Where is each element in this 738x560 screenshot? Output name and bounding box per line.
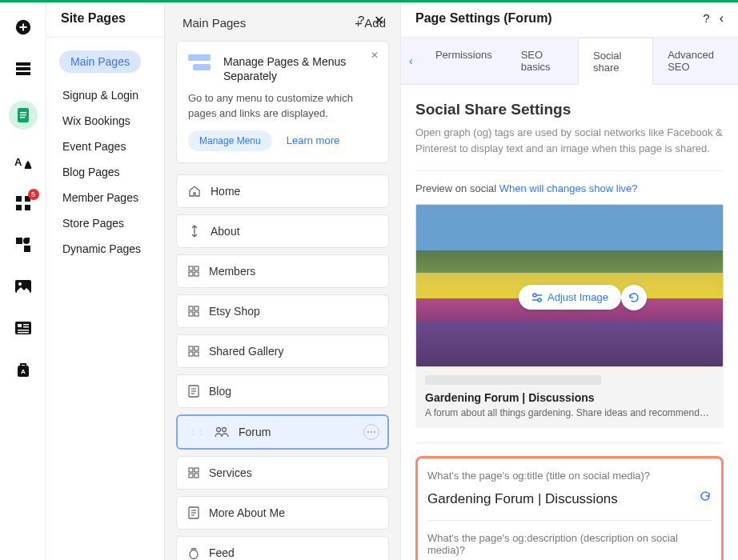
og-title-label: What's the page's og:title (title on soc…	[427, 470, 712, 482]
page-item[interactable]: Feed	[176, 536, 389, 560]
svg-rect-6	[20, 114, 26, 116]
add-icon[interactable]	[14, 18, 33, 37]
svg-rect-5	[20, 112, 26, 114]
help-icon[interactable]: ?	[358, 13, 364, 28]
svg-rect-28	[189, 306, 193, 310]
preview-title: Gardening Forum | Discussions	[425, 391, 714, 404]
svg-rect-31	[195, 312, 199, 316]
settings-collapse-icon[interactable]: ‹	[720, 11, 724, 26]
tabs-prev-icon[interactable]: ‹	[401, 54, 421, 67]
category-item[interactable]: Wix Bookings	[59, 108, 164, 134]
svg-text:A: A	[14, 156, 22, 168]
svg-rect-24	[189, 266, 193, 270]
preview-url-placeholder	[425, 375, 601, 385]
info-title: Manage Pages & Menus Separately	[223, 54, 377, 83]
svg-rect-25	[195, 266, 199, 270]
settings-tabs: ‹ PermissionsSEO basicsSocial shareAdvan…	[401, 38, 738, 85]
category-item[interactable]: Blog Pages	[59, 159, 164, 185]
tab-social-share[interactable]: Social share	[578, 38, 653, 85]
page-more-icon[interactable]: ⋯	[363, 424, 379, 440]
preview-changes-link[interactable]: When will changes show live?	[499, 182, 638, 194]
page-item[interactable]: Etsy Shop	[176, 294, 389, 328]
svg-rect-29	[195, 306, 199, 310]
category-main-pages[interactable]: Main Pages	[59, 50, 141, 73]
page-item[interactable]: Blog	[176, 374, 389, 408]
page-item-label: Shared Gallery	[209, 345, 283, 358]
svg-rect-20	[23, 326, 29, 328]
tab-advanced-seo[interactable]: Advanced SEO	[653, 38, 738, 84]
info-desc: Go to any menu to customize which pages …	[188, 91, 377, 120]
settings-help-icon[interactable]: ?	[703, 11, 709, 26]
learn-more-link[interactable]: Learn more	[287, 134, 339, 146]
settings-title: Page Settings (Forum)	[415, 11, 552, 26]
theme-icon[interactable]: A	[14, 152, 33, 171]
svg-rect-1	[16, 62, 30, 66]
media-icon[interactable]	[14, 277, 33, 296]
tab-permissions[interactable]: Permissions	[421, 38, 507, 84]
svg-rect-21	[18, 330, 29, 331]
preview-image: Adjust Image	[415, 204, 724, 367]
refresh-image-button[interactable]	[621, 285, 647, 310]
page-item-label: Home	[211, 185, 240, 198]
adjust-image-button[interactable]: Adjust Image	[519, 285, 621, 310]
section-desc: Open graph (og) tags are used by social …	[415, 125, 724, 171]
store-icon[interactable]: A	[14, 360, 33, 379]
page-item[interactable]: Services	[176, 456, 389, 490]
page-item[interactable]: ⋮⋮Forum⋯	[176, 414, 389, 450]
category-item[interactable]: Dynamic Pages	[59, 236, 164, 262]
svg-rect-45	[195, 474, 199, 478]
svg-point-50	[190, 550, 198, 558]
manage-menu-button[interactable]: Manage Menu	[188, 130, 272, 151]
svg-rect-22	[18, 332, 29, 334]
social-preview-card: Adjust Image Gardening Forum | Discussio…	[415, 204, 724, 443]
og-desc-label: What's the page's og:description (descri…	[427, 532, 712, 556]
svg-point-41	[223, 427, 227, 431]
category-item[interactable]: Store Pages	[59, 210, 164, 236]
sections-icon[interactable]	[14, 318, 33, 338]
category-item[interactable]: Member Pages	[59, 185, 164, 210]
page-item[interactable]: About	[176, 214, 389, 248]
svg-rect-27	[195, 272, 199, 276]
og-title-input[interactable]: Gardening Forum | Discussions	[427, 490, 689, 509]
svg-rect-43	[195, 468, 199, 472]
svg-rect-34	[189, 352, 193, 356]
preview-desc: A forum about all things gardening. Shar…	[425, 407, 714, 418]
svg-point-56	[538, 298, 541, 302]
site-pages-title: Site Pages	[61, 11, 126, 26]
page-settings-panel: Page Settings (Forum) ? ‹ ‹ PermissionsS…	[401, 0, 738, 560]
apps-icon[interactable]: 5	[14, 194, 33, 213]
page-item-label: Feed	[209, 546, 235, 559]
info-card: ✕ Manage Pages & Menus Separately Go to …	[176, 41, 389, 163]
plugins-icon[interactable]	[14, 235, 33, 254]
info-close-icon[interactable]: ✕	[371, 50, 379, 61]
svg-rect-33	[195, 346, 199, 350]
pages-list-title: Main Pages	[182, 16, 246, 30]
pages-icon[interactable]	[9, 101, 38, 130]
page-item-label: Services	[209, 466, 252, 479]
page-item[interactable]: More About Me	[176, 496, 389, 530]
tab-seo-basics[interactable]: SEO basics	[507, 38, 578, 84]
category-item[interactable]: Signup & Login	[59, 82, 164, 108]
close-icon[interactable]: ✕	[374, 13, 384, 28]
svg-rect-12	[25, 205, 30, 210]
page-item[interactable]: Members	[176, 254, 389, 288]
site-pages-panel: Site Pages Main Pages Signup & LoginWix …	[46, 0, 165, 560]
apps-badge: 5	[28, 189, 39, 200]
svg-rect-19	[23, 324, 29, 326]
drag-handle-icon[interactable]: ⋮⋮	[189, 427, 205, 436]
svg-rect-35	[195, 352, 199, 356]
page-item[interactable]: Home	[176, 174, 389, 208]
preview-label: Preview on social When will changes show…	[415, 182, 724, 194]
page-item-label: Etsy Shop	[209, 305, 260, 318]
pages-list-panel: Main Pages + Add ✕ Manage Pages & Menus …	[165, 0, 401, 560]
og-title-reset-icon[interactable]	[699, 490, 712, 506]
page-item[interactable]: Shared Gallery	[176, 334, 389, 368]
menus-icon	[188, 54, 214, 75]
category-item[interactable]: Event Pages	[59, 134, 164, 159]
svg-rect-11	[16, 205, 22, 210]
page-item-label: Blog	[209, 385, 231, 398]
svg-rect-9	[16, 196, 22, 202]
page-item-label: More About Me	[209, 506, 285, 519]
svg-rect-3	[16, 72, 30, 75]
data-icon[interactable]	[14, 59, 33, 78]
